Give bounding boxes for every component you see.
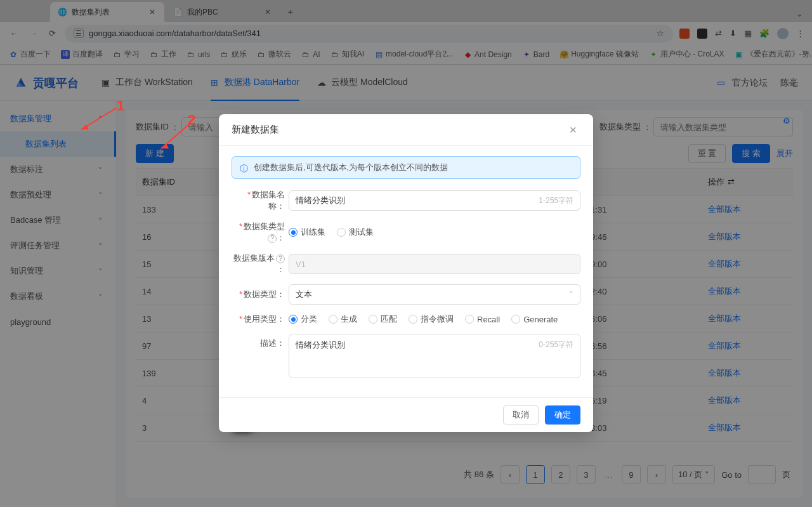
radio-generate-cn[interactable]: 生成 <box>329 313 357 325</box>
form-row-name: *数据集名称： 情绪分类识别1-255字符 <box>232 189 580 212</box>
dataset-version-input: V1 <box>289 254 580 274</box>
radio-train[interactable]: 训练集 <box>289 227 325 238</box>
form-row-type: *数据集类型?： 训练集 测试集 <box>232 221 580 244</box>
form-row-desc: 描述： 情绪分类识别0-255字符 <box>232 334 580 378</box>
data-type-select[interactable]: 文本˅ <box>289 284 580 305</box>
help-icon[interactable]: ? <box>268 234 277 243</box>
modal-footer: 取消 确定 <box>219 397 593 432</box>
description-textarea[interactable]: 情绪分类识别0-255字符 <box>289 334 580 378</box>
close-icon[interactable]: ✕ <box>569 124 580 136</box>
dataset-name-input[interactable]: 情绪分类识别1-255字符 <box>289 190 580 211</box>
chevron-down-icon: ˅ <box>569 290 573 300</box>
dataset-type-radio: 训练集 测试集 <box>289 227 580 238</box>
modal-overlay[interactable]: 新建数据集 ✕ ⓘ创建数据集后,可迭代版本,为每个版本创立不同的数据 *数据集名… <box>0 0 812 507</box>
info-alert: ⓘ创建数据集后,可迭代版本,为每个版本创立不同的数据 <box>232 156 580 179</box>
radio-test[interactable]: 测试集 <box>337 227 374 238</box>
help-icon[interactable]: ? <box>276 254 285 263</box>
radio-recall[interactable]: Recall <box>465 313 500 325</box>
form-row-datatype: *数据类型： 文本˅ <box>232 284 580 305</box>
create-dataset-modal: 新建数据集 ✕ ⓘ创建数据集后,可迭代版本,为每个版本创立不同的数据 *数据集名… <box>219 114 593 432</box>
radio-generate-en[interactable]: Generate <box>511 313 558 325</box>
radio-match[interactable]: 匹配 <box>369 313 397 325</box>
radio-instruct[interactable]: 指令微调 <box>409 313 454 325</box>
modal-title: 新建数据集 <box>232 124 279 136</box>
form-row-usage: *使用类型： 分类 生成 匹配 指令微调 Recall Generate <box>232 313 580 325</box>
modal-header: 新建数据集 ✕ <box>219 114 593 146</box>
form-row-version: 数据集版本?： V1 <box>232 253 580 275</box>
info-icon: ⓘ <box>240 163 249 172</box>
modal-body: ⓘ创建数据集后,可迭代版本,为每个版本创立不同的数据 *数据集名称： 情绪分类识… <box>219 146 593 397</box>
confirm-button[interactable]: 确定 <box>545 405 580 425</box>
usage-type-radio: 分类 生成 匹配 指令微调 Recall Generate <box>289 313 580 325</box>
radio-classify[interactable]: 分类 <box>289 313 317 325</box>
cancel-button[interactable]: 取消 <box>503 405 539 425</box>
